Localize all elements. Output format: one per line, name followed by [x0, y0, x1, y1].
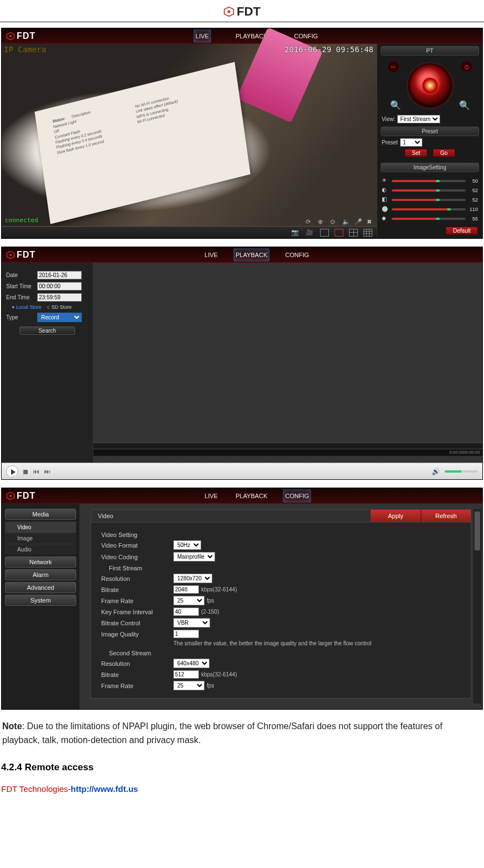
screenshot-live: FDT LIVE PLAYBACK CONFIG Status: Descrip… — [1, 28, 483, 239]
fr1-select[interactable]: 25 — [173, 596, 204, 605]
res1-select[interactable]: 1280x720 — [173, 574, 212, 583]
pan-right-stop-icon[interactable]: ⦶ — [461, 61, 472, 72]
record-dot-icon[interactable]: ⊙ — [330, 218, 338, 226]
end-time-input[interactable] — [37, 293, 82, 302]
tab-config[interactable]: CONFIG — [283, 489, 311, 503]
config-scrollbar-thumb[interactable] — [475, 511, 480, 550]
image-default-button[interactable]: Default — [446, 227, 478, 235]
nav-cat-system[interactable]: System — [5, 595, 76, 606]
section-first-stream: First Stream — [101, 565, 461, 571]
imageset-header: ImageSetting — [381, 163, 479, 172]
nav-cat-advanced[interactable]: Advanced — [5, 582, 76, 593]
fr1-label: Frame Rate — [101, 598, 173, 604]
record-icon[interactable]: 🎥 — [306, 229, 315, 237]
volume-icon[interactable]: 🔊 — [432, 468, 440, 475]
tab-playback[interactable]: PLAYBACK — [233, 248, 270, 262]
tab-live[interactable]: LIVE — [202, 489, 220, 503]
kfi-input[interactable] — [173, 608, 199, 616]
snapshot-icon[interactable]: 📷 — [291, 229, 300, 237]
start-time-input[interactable] — [37, 282, 82, 290]
play-button[interactable] — [6, 465, 18, 478]
video-format-label: Video Format — [101, 542, 173, 549]
nav-sub-audio[interactable]: Audio — [5, 544, 76, 555]
video-coding-select[interactable]: Mainprofile — [173, 552, 215, 561]
video-format-select[interactable]: 50Hz — [173, 540, 201, 550]
playback-video-area[interactable]: 0:00:00/0:00:00 — [93, 263, 482, 463]
config-main-area: Video Apply Refresh Video Setting Video … — [79, 504, 482, 709]
pan-left-stop-icon[interactable]: ↔ — [388, 61, 399, 72]
hue-slider[interactable] — [392, 199, 466, 201]
brightness-slider[interactable] — [392, 180, 466, 182]
nav-sub-video[interactable]: Video — [5, 521, 76, 533]
stop-icon[interactable]: ◼ — [23, 468, 28, 475]
tab-live[interactable]: LIVE — [193, 29, 211, 43]
res2-label: Resolution — [101, 660, 173, 667]
local-store-radio[interactable]: ● Local Store — [12, 304, 41, 310]
bitrate2-input[interactable] — [173, 670, 199, 679]
hue-value: 52 — [468, 197, 478, 203]
mic-icon[interactable]: 🎤 — [355, 218, 362, 226]
nav-tabs: LIVE PLAYBACK CONFIG — [36, 29, 478, 43]
saturation-slider[interactable] — [392, 208, 466, 210]
svg-point-7 — [9, 495, 12, 497]
section-second-stream: Second Stream — [101, 650, 461, 656]
saturation-icon: ⬤ — [382, 205, 390, 213]
step-fwd-icon[interactable]: ⏭ — [44, 468, 51, 475]
volume-slider[interactable] — [445, 470, 478, 473]
bitrate1-input[interactable] — [173, 585, 199, 594]
contrast-slider[interactable] — [392, 189, 466, 192]
preset-go-button[interactable]: Go — [433, 149, 455, 157]
sd-store-radio[interactable]: ○ SD Store — [47, 304, 71, 310]
type-select[interactable]: Record — [37, 313, 82, 322]
layout-3x3[interactable] — [363, 229, 372, 237]
view-select[interactable]: First Stream — [397, 115, 440, 123]
preset-select[interactable]: 1 — [400, 138, 422, 147]
res2-select[interactable]: 640x480 — [173, 659, 209, 668]
repeat-icon[interactable]: ⟳ — [306, 218, 313, 226]
tools-icon[interactable]: ✖ — [367, 218, 375, 226]
zoom-out-icon[interactable]: 🔍 — [459, 100, 470, 111]
start-time-label: Start Time — [6, 283, 34, 289]
bitrate1-label: Bitrate — [101, 586, 173, 593]
search-button[interactable]: Search — [19, 327, 75, 335]
tab-config[interactable]: CONFIG — [283, 248, 311, 262]
note-body: : Due to the limitations of NPAPI plugin… — [2, 721, 442, 745]
ptz-center-button[interactable] — [422, 78, 438, 93]
playback-filter-panel: Date Start Time End Time ● Local Store ○… — [2, 263, 93, 463]
layout-1x1-blank[interactable] — [320, 229, 329, 237]
iq-input[interactable] — [173, 630, 199, 638]
nav-cat-media[interactable]: Media — [5, 509, 76, 520]
target-icon[interactable]: ⊕ — [318, 218, 326, 226]
layout-2x2[interactable] — [349, 229, 358, 237]
screenshot-playback: FDT LIVE PLAYBACK CONFIG Date Start Time… — [1, 247, 483, 480]
zoom-in-icon[interactable]: 🔍 — [390, 100, 401, 111]
date-input[interactable] — [37, 271, 82, 279]
pt-header: PT — [381, 46, 479, 56]
step-back-icon[interactable]: ⏮ — [33, 468, 39, 475]
tab-live[interactable]: LIVE — [202, 248, 220, 262]
nav-sub-image[interactable]: Image — [5, 533, 76, 544]
brc-label: Bitrate Control — [101, 620, 173, 626]
nav-cat-network[interactable]: Network — [5, 556, 76, 568]
live-bottom-toolbar: 📷 🎥 — [2, 226, 377, 238]
tab-playback[interactable]: PLAYBACK — [233, 489, 270, 503]
refresh-button[interactable]: Refresh — [421, 510, 471, 522]
preset-set-button[interactable]: Set — [405, 149, 427, 157]
footer-url[interactable]: http://www.fdt.us — [71, 784, 138, 794]
apply-button[interactable]: Apply — [371, 510, 421, 522]
video-form: Video Setting Video Format 50Hz Video Co… — [91, 523, 471, 698]
playback-controls: ◼ ⏮ ⏭ 🔊 — [2, 463, 482, 479]
fr2-select[interactable]: 25 — [173, 681, 204, 690]
note-paragraph: Note: Due to the limitations of NPAPI pl… — [1, 718, 483, 747]
speaker-icon[interactable]: 🔈 — [342, 218, 350, 226]
nav-cat-alarm[interactable]: Alarm — [5, 569, 76, 580]
video-panel-header: Video Apply Refresh — [91, 510, 471, 523]
doc-header: FDT — [0, 0, 484, 22]
contrast-icon: ◐ — [382, 187, 390, 194]
layout-1x1-active[interactable] — [335, 229, 343, 237]
config-scrollbar[interactable] — [473, 509, 481, 704]
brc-select[interactable]: VBR — [173, 618, 210, 628]
playback-scrollbar[interactable] — [93, 443, 482, 449]
sharpness-slider[interactable] — [392, 218, 466, 220]
live-video-pane[interactable]: Status: Description Network Light Off Co… — [2, 44, 377, 238]
